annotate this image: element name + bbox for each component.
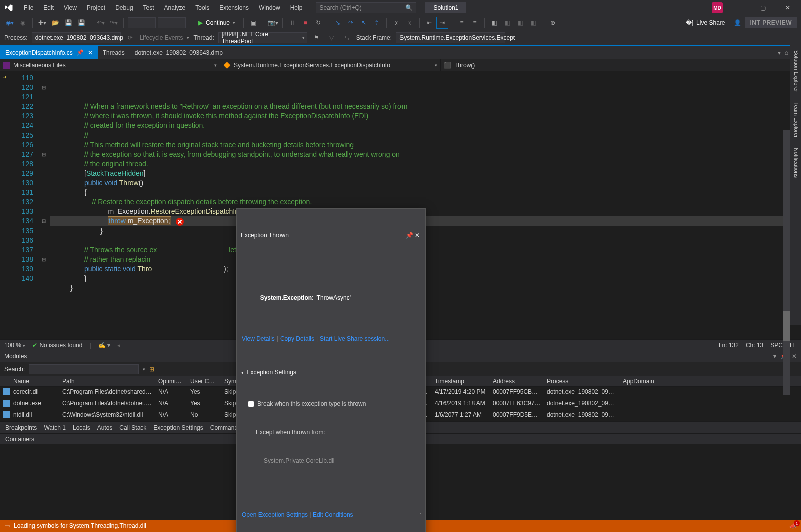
toggle2-icon[interactable]: ⚹ — [404, 17, 415, 28]
caret-icon[interactable]: ✍ ▾ — [98, 342, 110, 349]
column-header[interactable]: Path — [59, 376, 155, 386]
zoom-level[interactable]: 100 % ▾ — [4, 342, 25, 349]
tooltab-locals[interactable]: Locals — [73, 424, 90, 431]
menu-analyze[interactable]: Analyze — [160, 2, 190, 13]
panel-close-icon[interactable]: ✕ — [792, 353, 797, 360]
undo-icon[interactable]: ↶▾ — [95, 17, 106, 28]
tab-dotnet-exe-190802-093643-dmp[interactable]: dotnet.exe_190802_093643.dmp — [130, 46, 228, 59]
process-dropdown[interactable]: dotnet.exe_190802_093643.dmp — [32, 32, 121, 43]
menu-project[interactable]: Project — [82, 2, 110, 13]
exception-link-0[interactable]: View Details — [242, 335, 275, 342]
back-icon[interactable]: ◉▾ — [4, 17, 15, 28]
save-all-icon[interactable]: 💾 — [76, 17, 87, 28]
maximize-button[interactable]: ▢ — [753, 1, 773, 15]
exception-link-2[interactable]: Start Live Share session... — [320, 335, 390, 342]
close-icon[interactable]: ✕ — [413, 231, 421, 240]
pin-icon[interactable]: 📌 — [77, 49, 84, 56]
step-out-icon[interactable]: ↖ — [358, 17, 369, 28]
global-search-input[interactable]: Search (Ctrl+Q) 🔍 — [316, 2, 416, 13]
thread-flag-icon[interactable]: ⚑ — [311, 32, 322, 43]
member-dropdown[interactable]: ⬛ Throw() — [441, 59, 801, 71]
tooltab-containers[interactable]: Containers — [5, 436, 34, 443]
column-header[interactable]: AppDomain — [620, 376, 660, 386]
stop-icon[interactable]: ■ — [300, 17, 311, 28]
dock-tab-notifications[interactable]: Notifications — [790, 143, 801, 183]
code-editor[interactable]: ⊟⊟⊟⊟ 11912012112212312412512612712812913… — [0, 71, 801, 339]
tooltab-autos[interactable]: Autos — [97, 424, 113, 431]
dock-tab-team-explorer[interactable]: Team Explorer — [790, 97, 801, 143]
prev-bookmark-icon[interactable]: ◧ — [515, 17, 526, 28]
column-header[interactable]: Address — [490, 376, 544, 386]
resize-grip-icon[interactable]: ⋰ — [416, 510, 420, 520]
uncomment-icon[interactable]: ≡ — [469, 17, 480, 28]
platform-dropdown[interactable] — [158, 17, 186, 28]
save-icon[interactable]: 💾 — [63, 17, 74, 28]
minimize-button[interactable]: ─ — [728, 1, 748, 15]
tab-threads[interactable]: Threads — [98, 46, 130, 59]
tooltab-exception-settings[interactable]: Exception Settings — [153, 424, 203, 431]
menu-edit[interactable]: Edit — [39, 2, 58, 13]
pause-icon[interactable]: ⏸ — [287, 17, 298, 28]
exception-footer-link-0[interactable]: Open Exception Settings — [242, 510, 308, 520]
screenshot-icon[interactable]: 📷▾ — [267, 17, 278, 28]
notifications-icon[interactable]: 📣1 — [789, 522, 797, 529]
modules-search-input[interactable] — [29, 364, 139, 374]
indent-icon[interactable]: ⇥ — [437, 17, 448, 28]
user-avatar[interactable]: MD — [712, 2, 723, 13]
solution-name[interactable]: Solution1 — [425, 2, 466, 13]
tooltab-watch-1[interactable]: Watch 1 — [44, 424, 66, 431]
pin-icon[interactable]: 📌 — [405, 231, 413, 240]
tab-exceptiondispatchinfo-cs[interactable]: ExceptionDispatchInfo.cs📌✕ — [0, 46, 98, 59]
run-to-cursor-icon[interactable]: ⇡ — [371, 17, 382, 28]
stackframe-dropdown[interactable]: System.Runtime.ExceptionServices.Except — [396, 32, 505, 43]
continue-button[interactable]: ▶ Continue ▾ — [194, 17, 239, 29]
class-dropdown[interactable]: 🔶 System.Runtime.ExceptionServices.Excep… — [220, 59, 441, 71]
menu-extensions[interactable]: Extensions — [215, 2, 253, 13]
feedback-icon[interactable]: 👤 — [732, 17, 743, 28]
editor-scrollbar[interactable] — [783, 130, 790, 395]
column-header[interactable]: Process — [544, 376, 620, 386]
tooltab-call-stack[interactable]: Call Stack — [119, 424, 146, 431]
step-into-icon[interactable]: ↘ — [332, 17, 343, 28]
modules-refresh-icon[interactable]: ⊞ — [149, 366, 154, 373]
config-dropdown[interactable] — [128, 17, 156, 28]
filter-icon[interactable]: ▽ — [326, 32, 337, 43]
expand-icon[interactable]: ⊕ — [547, 17, 558, 28]
code-content[interactable]: // When a framework needs to "Rethrow" a… — [50, 71, 801, 339]
menu-tools[interactable]: Tools — [191, 2, 214, 13]
issues-status[interactable]: ✔No issues found — [32, 342, 82, 349]
close-button[interactable]: ✕ — [778, 1, 798, 15]
menu-test[interactable]: Test — [139, 2, 159, 13]
next-bookmark-icon[interactable]: ◧ — [502, 17, 513, 28]
project-dropdown[interactable]: Miscellaneous Files — [0, 59, 220, 71]
tooltab-breakpoints[interactable]: Breakpoints — [5, 424, 37, 431]
menu-debug[interactable]: Debug — [111, 2, 137, 13]
clear-bookmark-icon[interactable]: ◧ — [528, 17, 539, 28]
column-header[interactable]: Name — [10, 376, 59, 386]
lifecycle-icon[interactable]: ⟳ — [125, 32, 136, 43]
editor-scrollbar-thumb[interactable] — [783, 311, 790, 341]
new-item-icon[interactable]: ✚▾ — [37, 17, 48, 28]
break-on-exception-checkbox[interactable]: Break when this exception type is thrown — [248, 399, 420, 409]
panel-dropdown-icon[interactable]: ▾ — [773, 353, 776, 360]
debug-target-icon[interactable]: ▣ — [248, 17, 259, 28]
column-header[interactable]: Optimized — [155, 376, 187, 386]
open-icon[interactable]: 📂 — [50, 17, 61, 28]
column-header[interactable]: Timestamp — [432, 376, 490, 386]
menu-view[interactable]: View — [59, 2, 81, 13]
bookmark-icon[interactable]: ◧ — [489, 17, 500, 28]
exception-footer-link-1[interactable]: Edit Conditions — [313, 510, 353, 520]
menu-help[interactable]: Help — [286, 2, 307, 13]
toggle-icon[interactable]: ⚹ — [391, 17, 402, 28]
live-share-button[interactable]: �[ Live Share — [681, 19, 730, 26]
menu-window[interactable]: Window — [254, 2, 285, 13]
outdent-icon[interactable]: ⇤ — [424, 17, 435, 28]
dock-tab-solution-explorer[interactable]: Solution Explorer — [790, 45, 801, 97]
exception-settings-header[interactable]: Exception Settings — [242, 368, 420, 378]
redo-icon[interactable]: ↷▾ — [108, 17, 119, 28]
menu-file[interactable]: File — [19, 2, 38, 13]
tab-overflow-icon[interactable]: ▾ — [778, 49, 781, 56]
thread-dropdown[interactable]: [8848] .NET Core ThreadPool — [218, 32, 307, 43]
comment-icon[interactable]: ≡ — [456, 17, 467, 28]
forward-icon[interactable]: ◉ — [17, 17, 28, 28]
